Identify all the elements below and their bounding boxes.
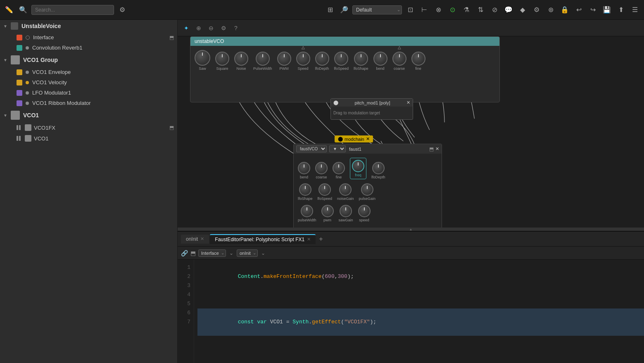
knob-lfodepth-control[interactable] <box>315 52 329 66</box>
sidebar-group-header-unstable-voice[interactable]: ▼ UnstableVoice <box>0 20 177 32</box>
sub-knob-pwm2-ctrl[interactable] <box>321 205 334 217</box>
knob-bend[interactable]: bend <box>373 52 387 71</box>
code-tab-oninit[interactable]: onInit ✕ <box>181 235 209 244</box>
sidebar-item-convolution[interactable]: Convolution Reverb1 <box>0 43 177 53</box>
code-tab-oninit-close[interactable]: ✕ <box>200 236 204 242</box>
tb16[interactable]: ⬆ <box>615 4 627 16</box>
knob-square[interactable]: Square <box>215 52 229 71</box>
knob-pwm-control[interactable] <box>277 52 291 66</box>
ne-zoom-out-icon[interactable]: ⊖ <box>206 23 216 33</box>
sub-knob-freq[interactable]: freq <box>350 158 366 179</box>
code-tab-add[interactable]: + <box>316 235 325 244</box>
faust-panel-select[interactable]: faustVCO <box>296 145 327 152</box>
knob-coarse[interactable]: △ coarse <box>392 52 406 71</box>
node-editor[interactable]: ✦ ⊕ ⊖ ⚙ ? <box>178 20 644 231</box>
knob-pulsewidth[interactable]: PulseWidth <box>253 52 272 71</box>
external-link-vco1fx[interactable]: ⬒ <box>169 125 174 130</box>
tb2[interactable]: ⊢ <box>418 4 430 16</box>
sub-knob-lfoshape[interactable]: lfoShape <box>298 183 313 201</box>
knob-square-control[interactable] <box>215 52 229 66</box>
tb8[interactable]: 💬 <box>503 4 514 16</box>
faust-panel-select2[interactable]: ▼ <box>329 145 346 152</box>
pencil-icon[interactable]: ✏️ <box>3 4 15 16</box>
sidebar-item-vco1-envelope[interactable]: VCO1 Envelope <box>0 67 177 77</box>
pitch-panel[interactable]: ⬤ pitch_mod1 [poly] ✕ Drag to modulation… <box>330 98 413 120</box>
ne-settings-icon[interactable]: ⚙ <box>218 23 229 33</box>
sub-knob-lfoshape-ctrl[interactable] <box>299 183 311 196</box>
code-external-icon[interactable]: ⬒ <box>190 250 196 256</box>
sub-knob-fine-ctrl[interactable] <box>333 162 345 174</box>
knob-pulsewidth-control[interactable] <box>256 52 270 66</box>
knob-bend-control[interactable] <box>373 52 387 66</box>
sidebar-item-lfo-modulator[interactable]: LFO Modulator1 <box>0 88 177 98</box>
code-lines[interactable]: Content.makeFrontInterface(600,300); con… <box>194 260 644 363</box>
knob-lfoshape-control[interactable] <box>354 52 368 66</box>
knob-lfospeed-control[interactable] <box>334 52 348 66</box>
tb10[interactable]: ⚙ <box>531 4 542 16</box>
sub-knob-sawgain[interactable]: sawGain <box>339 205 353 222</box>
tb7[interactable]: ⊘ <box>489 4 500 16</box>
knob-noise-control[interactable] <box>234 52 248 66</box>
knob-lfospeed[interactable]: lfoSpeed <box>334 52 349 71</box>
tb17[interactable]: ☰ <box>629 4 641 16</box>
knob-pwm[interactable]: PWM <box>277 52 291 71</box>
sidebar-item-vco1-ribbon[interactable]: VCO1 Ribbon Modulator <box>0 98 177 108</box>
drag-handle-vertical[interactable] <box>178 228 644 231</box>
code-link-icon[interactable]: 🔗 <box>181 250 188 256</box>
sub-knob-bend-ctrl[interactable] <box>298 162 310 174</box>
sliders-icon[interactable]: ⚙ <box>116 4 128 16</box>
sub-knob-freq-ctrl[interactable] <box>352 160 364 172</box>
knob-speed[interactable]: △ Speed <box>296 52 310 71</box>
code-tab-faust[interactable]: FaustEditorPanel: Polyphonic Script FX1 … <box>210 234 316 244</box>
sub-knob-speed2-ctrl[interactable] <box>358 205 371 217</box>
zoom-icon[interactable]: 🔎 <box>338 4 350 16</box>
sub-knob-sawgain-ctrl[interactable] <box>340 205 352 217</box>
knob-saw-control[interactable] <box>195 50 210 66</box>
sub-knob-lfodepth2[interactable]: lfoDepth <box>371 162 385 179</box>
tb5[interactable]: ⚗ <box>461 4 472 16</box>
tb13[interactable]: ↩ <box>573 4 585 16</box>
sub-knob-lfospeed-ctrl[interactable] <box>318 183 331 196</box>
ne-zoom-icon[interactable]: ⊕ <box>193 23 204 33</box>
callback-dropdown[interactable]: onInit <box>237 249 258 257</box>
tb1[interactable]: ⊡ <box>404 4 416 16</box>
sub-knob-speed2[interactable]: speed <box>358 205 371 222</box>
sub-knob-pwm2[interactable]: pwm <box>321 205 334 222</box>
ne-plus-icon[interactable]: ✦ <box>181 23 192 33</box>
knob-speed-control[interactable] <box>296 52 310 66</box>
ne-help-icon[interactable]: ? <box>231 23 241 33</box>
sidebar-item-vco1fx[interactable]: VCO1FX ⬒ <box>0 122 177 133</box>
tb3[interactable]: ⊗ <box>433 4 444 16</box>
external-link-interface[interactable]: ⬒ <box>169 35 174 40</box>
tb4[interactable]: ⊙ <box>447 4 458 16</box>
knob-lfodepth[interactable]: lfoDepth <box>315 52 329 71</box>
unstable-vco-window[interactable]: unstableVCO Saw Square <box>190 36 500 102</box>
grid-icon[interactable]: ⊞ <box>324 4 336 16</box>
context-dropdown[interactable]: Interface <box>198 249 226 257</box>
tb6[interactable]: ⇅ <box>475 4 486 16</box>
toolbar-dropdown[interactable]: Default <box>352 5 402 14</box>
code-tab-faust-close[interactable]: ✕ <box>307 237 311 242</box>
sub-knob-fine[interactable]: fine <box>333 162 345 179</box>
sidebar-item-vco1-velocity[interactable]: VCO1 Velocity <box>0 77 177 88</box>
knob-coarse-control[interactable] <box>392 52 406 66</box>
sub-knob-bend[interactable]: bend <box>298 162 310 179</box>
search-icon[interactable]: 🔍 <box>17 4 29 16</box>
sub-knob-lfospeed[interactable]: lfoSpeed <box>318 183 333 201</box>
tb15[interactable]: 💾 <box>601 4 613 16</box>
sub-knob-pulsegain[interactable]: pulseGain <box>359 183 376 201</box>
sidebar-item-interface[interactable]: Interface ⬒ <box>0 32 177 43</box>
tb11[interactable]: ⊛ <box>545 4 556 16</box>
search-input[interactable] <box>31 5 114 15</box>
tb14[interactable]: ↪ <box>587 4 599 16</box>
faust-panel[interactable]: faustVCO ▼ faust1 ⬒ ✕ <box>293 144 442 231</box>
sidebar-item-vco1-leaf[interactable]: VCO1 <box>0 133 177 144</box>
sidebar-group-header-vco1-group[interactable]: ▼ VCO1 Group <box>0 53 177 67</box>
tb9[interactable]: ◆ <box>517 4 528 16</box>
sub-knob-pulsegain-ctrl[interactable] <box>361 183 373 196</box>
knob-saw[interactable]: Saw <box>195 50 210 71</box>
knob-fine[interactable]: fine <box>411 52 425 71</box>
sub-knob-pulsewidth[interactable]: pulseWidth <box>298 205 316 222</box>
sub-knob-coarse-ctrl[interactable] <box>315 162 328 174</box>
sub-knob-pulsewidth-ctrl[interactable] <box>301 205 313 217</box>
